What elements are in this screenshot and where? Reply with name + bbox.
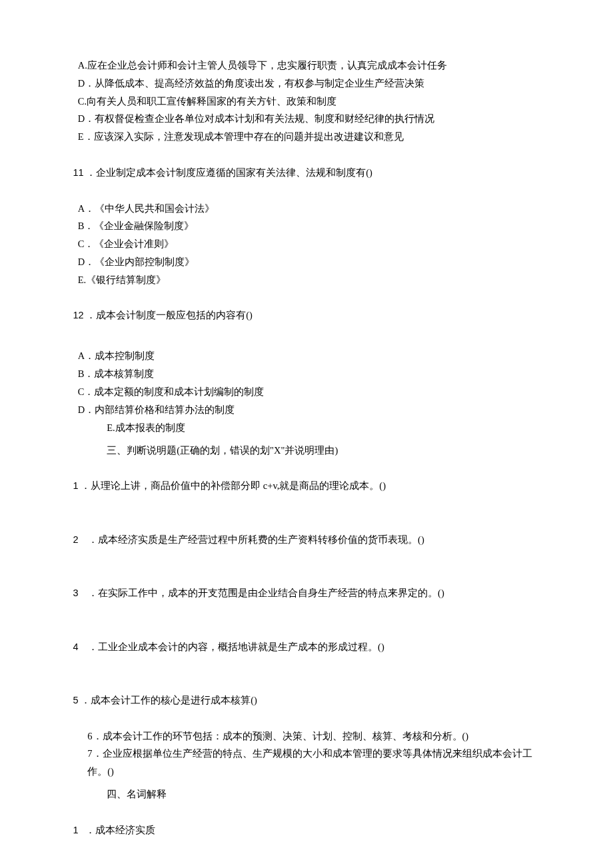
item-number: 1 — [73, 825, 79, 835]
option-text: D．《企业内部控制制度》 — [63, 253, 550, 271]
question-number: 11 — [73, 167, 84, 178]
item-text: ．在实际工作中，成本的开支范围是由企业结合自身生产经营的特点来界定的。() — [79, 588, 444, 598]
item-number: 4 — [73, 642, 79, 652]
section-heading: 四、名词解释 — [63, 785, 550, 803]
question-text: ．企业制定成本会计制度应遵循的国家有关法律、法规和制度有() — [84, 167, 372, 178]
list-item: 7．企业应根据单位生产经营的特点、生产规模的大小和成本管理的要求等具体情况来组织… — [63, 745, 550, 781]
option-text: C．成本定额的制度和成本计划编制的制度 — [63, 383, 550, 401]
item-text: ．工业企业成本会计的内容，概括地讲就是生产成本的形成过程。() — [79, 642, 384, 652]
option-text: E.《银行结算制度》 — [63, 271, 550, 289]
question-number: 12 — [73, 310, 84, 320]
option-text: D．内部结算价格和结算办法的制度 — [63, 401, 550, 419]
list-item: 2 ．成本经济实质是生产经营过程中所耗费的生产资料转移价值的货币表现。() — [63, 513, 550, 566]
section-heading: 三、判断说明题(正确的划，错误的划"X"并说明理由) — [63, 442, 550, 460]
list-item: 6．成本会计工作的环节包括：成本的预测、决策、计划、控制、核算、考核和分析。() — [63, 727, 550, 745]
list-item: 5 ．成本会计工作的核心是进行成本核算() — [63, 673, 550, 727]
option-text: B．成本核算制度 — [63, 365, 550, 383]
document-page: A.应在企业总会计师和会计主管人员领导下，忠实履行职责，认真完成成本会计任务 D… — [0, 0, 613, 868]
item-number: 2 — [73, 534, 79, 545]
option-text: E．应该深入实际，注意发现成本管理中存在的问题并提出改进建议和意见 — [63, 128, 550, 146]
option-text: C.向有关人员和职工宣传解释国家的有关方针、政策和制度 — [63, 93, 550, 111]
list-item: 3 ．在实际工作中，成本的开支范围是由企业结合自身生产经营的特点来界定的。() — [63, 566, 550, 620]
item-text: ．成本经济实质 — [79, 825, 156, 835]
item-text: ．成本会计工作的核心是进行成本核算() — [79, 695, 257, 705]
option-text: C．《企业会计准则》 — [63, 235, 550, 253]
item-text: ．成本经济实质是生产经营过程中所耗费的生产资料转移价值的货币表现。() — [79, 534, 424, 545]
item-text: ．从理论上讲，商品价值中的补偿部分即 c+v,就是商品的理论成本。() — [79, 480, 386, 491]
option-text: D．有权督促检查企业各单位对成本计划和有关法规、制度和财经纪律的执行情况 — [63, 110, 550, 128]
question-text: ．成本会计制度一般应包括的内容有() — [84, 310, 253, 320]
list-item: 2 .产品生产成本 — [63, 857, 550, 869]
list-item: 1 ．从理论上讲，商品价值中的补偿部分即 c+v,就是商品的理论成本。() — [63, 459, 550, 512]
item-number: 3 — [73, 588, 79, 598]
item-number: 5 — [73, 695, 79, 705]
option-text: A．《中华人民共和国会计法》 — [63, 200, 550, 218]
option-text: A.应在企业总会计师和会计主管人员领导下，忠实履行职责，认真完成成本会计任务 — [63, 57, 550, 75]
question-stem: 11 ．企业制定成本会计制度应遵循的国家有关法律、法规和制度有() — [63, 146, 550, 199]
list-item: 4 ．工业企业成本会计的内容，概括地讲就是生产成本的形成过程。() — [63, 620, 550, 673]
option-text: E.成本报表的制度 — [63, 419, 550, 437]
item-number: 1 — [73, 480, 79, 491]
option-text: B．《企业金融保险制度》 — [63, 217, 550, 235]
option-text: D．从降低成本、提高经济效益的角度读出发，有权参与制定企业生产经营决策 — [63, 75, 550, 93]
list-item: 1 ．成本经济实质 — [63, 803, 550, 857]
option-text: A．成本控制制度 — [63, 347, 550, 365]
question-stem: 12 ．成本会计制度一般应包括的内容有() — [63, 289, 550, 342]
